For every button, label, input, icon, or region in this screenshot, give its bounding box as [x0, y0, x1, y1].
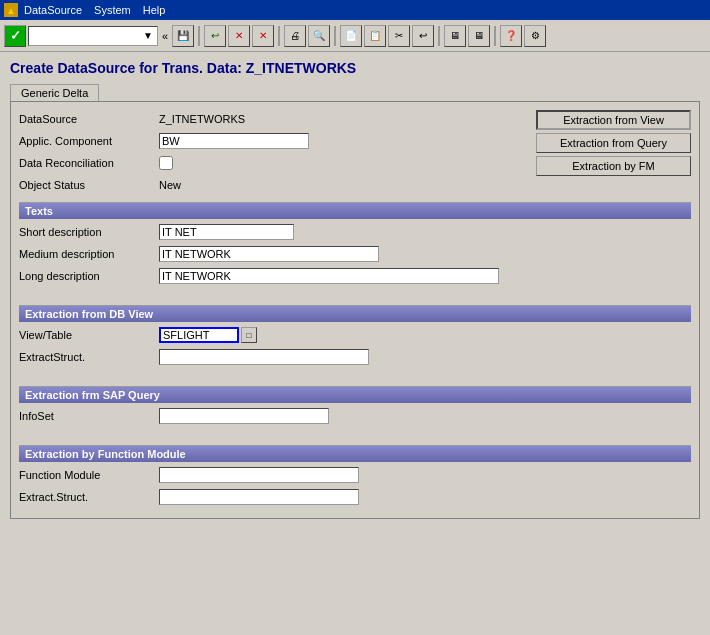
command-input[interactable]: ▼: [28, 26, 158, 46]
menu-help[interactable]: Help: [143, 4, 166, 16]
extract-struct-fm-row: Extract.Struct.: [19, 488, 691, 506]
data-reconciliation-label: Data Reconciliation: [19, 157, 159, 169]
view-table-input[interactable]: [159, 327, 239, 343]
medium-desc-label: Medium description: [19, 248, 159, 260]
extract-struct-input[interactable]: [159, 349, 369, 365]
cut-btn[interactable]: ✂: [388, 25, 410, 47]
extraction-sap-query-header: Extraction frm SAP Query: [19, 386, 691, 403]
print-btn[interactable]: 🖨: [284, 25, 306, 47]
menu-system[interactable]: System: [94, 4, 131, 16]
main-content: Create DataSource for Trans. Data: Z_ITN…: [0, 52, 710, 635]
long-desc-label: Long description: [19, 270, 159, 282]
function-module-row: Function Module: [19, 466, 691, 484]
function-module-input[interactable]: [159, 467, 359, 483]
separator-5: [494, 26, 496, 46]
long-desc-row: Long description: [19, 267, 691, 285]
toolbar: ✓ ▼ « 💾 ↩ ✕ ✕ 🖨 🔍 📄 📋 ✂ ↩ 🖥 🖥 ❓ ⚙: [0, 20, 710, 52]
separator-2: [278, 26, 280, 46]
infoset-row: InfoSet: [19, 407, 691, 425]
menu-bar[interactable]: DataSource System Help: [24, 4, 165, 16]
help-btn[interactable]: ❓: [500, 25, 522, 47]
undo-btn[interactable]: ↩: [412, 25, 434, 47]
menu-datasource[interactable]: DataSource: [24, 4, 82, 16]
infoset-label: InfoSet: [19, 410, 159, 422]
view-table-browse-btn[interactable]: □: [241, 327, 257, 343]
extract-struct-label: ExtractStruct.: [19, 351, 159, 363]
short-desc-input[interactable]: [159, 224, 294, 240]
long-desc-input[interactable]: [159, 268, 499, 284]
form-area: Extraction from View Extraction from Que…: [10, 101, 700, 519]
view-table-row: View/Table □: [19, 326, 691, 344]
short-desc-label: Short description: [19, 226, 159, 238]
extract-struct-row: ExtractStruct.: [19, 348, 691, 366]
extraction-function-module-header: Extraction by Function Module: [19, 445, 691, 462]
layout-btn[interactable]: 🖥: [468, 25, 490, 47]
customize-btn[interactable]: ⚙: [524, 25, 546, 47]
local-layout-btn[interactable]: 🖥: [444, 25, 466, 47]
datasource-label: DataSource: [19, 113, 159, 125]
paste-btn[interactable]: 📋: [364, 25, 386, 47]
separator-1: [198, 26, 200, 46]
copy-btn[interactable]: 📄: [340, 25, 362, 47]
extract-struct-fm-input[interactable]: [159, 489, 359, 505]
extract-struct-fm-label: Extract.Struct.: [19, 491, 159, 503]
generic-delta-tab[interactable]: Generic Delta: [10, 84, 99, 101]
object-status-row: Object Status New: [19, 176, 691, 194]
medium-desc-input[interactable]: [159, 246, 379, 262]
app-icon: ▲: [4, 3, 18, 17]
check-button[interactable]: ✓: [4, 25, 26, 47]
object-status-value: New: [159, 179, 181, 191]
short-desc-row: Short description: [19, 223, 691, 241]
find-btn[interactable]: 🔍: [308, 25, 330, 47]
save-btn[interactable]: 💾: [172, 25, 194, 47]
extraction-from-view-btn[interactable]: Extraction from View: [536, 110, 691, 130]
action-buttons: Extraction from View Extraction from Que…: [536, 110, 691, 176]
texts-section-header: Texts: [19, 202, 691, 219]
applic-component-input[interactable]: [159, 133, 309, 149]
datasource-value: Z_ITNETWORKS: [159, 113, 245, 125]
extraction-from-query-btn[interactable]: Extraction from Query: [536, 133, 691, 153]
extraction-db-view-header: Extraction from DB View: [19, 305, 691, 322]
extraction-by-fm-btn[interactable]: Extraction by FM: [536, 156, 691, 176]
object-status-label: Object Status: [19, 179, 159, 191]
nav-prev[interactable]: «: [160, 30, 170, 42]
exit-btn[interactable]: ✕: [228, 25, 250, 47]
infoset-input[interactable]: [159, 408, 329, 424]
back-btn[interactable]: ↩: [204, 25, 226, 47]
function-module-label: Function Module: [19, 469, 159, 481]
page-title: Create DataSource for Trans. Data: Z_ITN…: [10, 60, 700, 76]
applic-component-label: Applic. Component: [19, 135, 159, 147]
title-bar: ▲ DataSource System Help: [0, 0, 710, 20]
separator-4: [438, 26, 440, 46]
cancel-btn[interactable]: ✕: [252, 25, 274, 47]
view-table-label: View/Table: [19, 329, 159, 341]
medium-desc-row: Medium description: [19, 245, 691, 263]
data-reconciliation-checkbox[interactable]: [159, 156, 173, 170]
separator-3: [334, 26, 336, 46]
